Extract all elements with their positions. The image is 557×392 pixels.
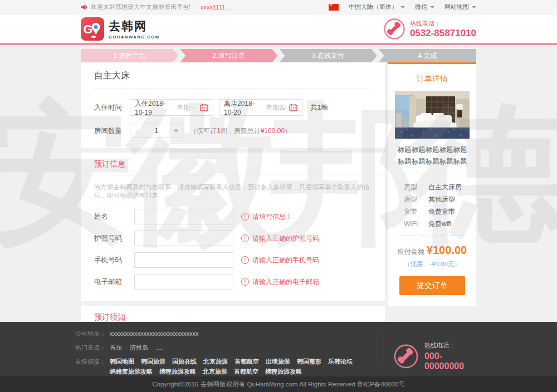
order-detail-title: 订单详情 — [395, 74, 470, 84]
email-label: 电子邮箱 — [94, 277, 134, 287]
minus-button[interactable]: - — [130, 124, 144, 138]
error-icon — [241, 278, 249, 286]
rooms-note: （仅可订1间，房费总计¥100.00） — [190, 126, 291, 136]
footer-hot-spots: 热门景点： 首尔 济州岛 .... — [75, 343, 377, 352]
hotline-number: 0532-85871010 — [410, 28, 476, 39]
passport-error: 请输入正确的护照号码 — [241, 234, 319, 243]
calendar-icon — [200, 104, 208, 111]
footer-address: 公司地址： xxxxxxxxxxxxxxxxxxxxxxxxxxxxx — [75, 329, 377, 338]
booking-notice-title: 预订须知 — [81, 306, 385, 322]
payable-amount: 应付金额¥100.00 — [395, 244, 470, 257]
order-detail-sidebar: 订单详情 — [388, 62, 476, 306]
sidebar-submit-button[interactable]: 提交订单 — [399, 276, 465, 295]
email-input[interactable] — [134, 274, 233, 290]
step-online-pay[interactable]: 3.在线支付 — [280, 49, 377, 62]
friend-link[interactable]: 携程旅游攻略 — [159, 367, 196, 376]
nights-count: 共1晚 — [310, 103, 328, 112]
hot-spot-link[interactable]: .... — [156, 343, 163, 352]
name-input[interactable] — [134, 209, 233, 224]
detail-row: 床型其他床型 — [396, 193, 468, 205]
step-fill-order[interactable]: 2.填写订单 — [180, 49, 277, 62]
passport-input[interactable] — [134, 231, 233, 246]
header-hotline: 热线电话： 0532-85871010 — [383, 18, 476, 40]
friend-link[interactable]: 蚂蜂窝旅游攻略 — [110, 367, 153, 376]
detail-row: 宽带免费宽带 — [396, 205, 468, 218]
china-flag-icon: ★ — [329, 4, 339, 11]
error-icon — [241, 256, 249, 264]
site-footer: 公司地址： xxxxxxxxxxxxxxxxxxxxxxxxxxxxx 热门景点… — [0, 322, 557, 376]
footer-hotline-number: 000- 00000000 — [424, 351, 482, 371]
friend-link[interactable]: 首都航空 — [234, 367, 258, 376]
hotel-room-image — [395, 91, 470, 139]
footer-hotline: 热线电话： 000- 00000000 — [393, 331, 482, 381]
site-logo[interactable]: G 去韩网 GOHANWANG.COM — [81, 17, 160, 41]
friend-link[interactable]: 出境旅游 — [266, 357, 290, 366]
checkout-steps: 1.选择产品 2.填写订单 3.在线支付 4.完成 — [81, 49, 476, 62]
footer-divider — [383, 330, 383, 365]
calendar-icon — [289, 104, 297, 111]
product-title: 自主大床 — [94, 70, 372, 89]
content-area: 安徽邦德 1.选择产品 2.填写订单 3.在线支付 4.完成 自主大床 入住时间… — [0, 45, 557, 322]
mobile-input[interactable] — [134, 252, 233, 268]
field-row-email: 电子邮箱 请输入正确的电子邮箱 — [94, 274, 372, 290]
email-error: 请输入正确的电子邮箱 — [241, 277, 319, 287]
friend-link[interactable]: 韩国旅游 — [141, 357, 165, 366]
svg-text:G: G — [83, 22, 92, 36]
name-label: 姓名 — [94, 212, 134, 222]
logo-cn-text: 去韩网 — [109, 18, 160, 34]
site-header: G 去韩网 GOHANWANG.COM 热线电话： — [0, 14, 557, 45]
friend-link[interactable]: 乐韩论坛 — [328, 357, 353, 366]
friend-link[interactable]: 韩国地图 — [110, 357, 134, 366]
friend-link[interactable]: 首都航空 — [234, 357, 259, 366]
quantity-stepper: - 1 + — [130, 124, 183, 138]
detail-row: 房型自主大床房 — [396, 181, 468, 193]
phone-icon — [393, 343, 419, 370]
mobile-error: 请输入正确的手机号码 — [241, 256, 319, 265]
footer-friend-links: 友情链接： 韩国地图 韩国旅游 国旅在线 北京旅游 首都航空 出境旅游 韩国整形… — [75, 357, 377, 376]
name-error: 请填写信息！ — [241, 212, 292, 222]
friend-link[interactable]: 北京旅游 — [203, 357, 228, 366]
error-icon — [241, 234, 249, 242]
logo-en-text: GOHANWANG.COM — [109, 35, 160, 40]
notice-link[interactable]: xxxx1111... — [201, 4, 230, 11]
hot-spot-link[interactable]: 济州岛 — [130, 343, 148, 352]
sidebar-product-title: 标题标题标题标题标题标题标题标题标题标题 — [396, 144, 468, 167]
friend-link[interactable]: 北京旅游 — [203, 367, 227, 376]
logo-icon: G — [81, 17, 104, 41]
region-select[interactable]: 中国大陆（简体） — [349, 3, 405, 11]
wechat-menu[interactable]: 微信 — [415, 3, 434, 11]
rooms-label: 房间数量 — [94, 126, 130, 136]
booking-notice-card: 预订须知 ★ 使用当日，凭手机出示/打印出示预订成功邮件，换取门票。 ★ 请保持… — [81, 306, 385, 322]
detail-row: WIFI免费wifi — [396, 218, 468, 230]
hotline-label: 热线电话： — [410, 19, 476, 28]
booking-info-card: 预订信息 为方便去韩网及时与您联系，请准确填写联系人信息；预订多人多张票，只需填… — [81, 153, 385, 301]
friend-link[interactable]: 国旅在线 — [172, 357, 197, 366]
welcome-text: 欢迎来到韩国最大中文旅游资讯平台! — [91, 3, 190, 11]
discount-note: （优惠：-¥0.00元） — [395, 260, 470, 268]
quantity-value: 1 — [144, 124, 169, 138]
booking-info-title: 预订信息 — [81, 153, 385, 175]
field-row-passport: 护照号码 请输入正确的护照号码 — [94, 231, 372, 246]
plus-button[interactable]: + — [169, 124, 183, 138]
field-row-mobile: 手机号码 请输入正确的手机号码 — [94, 252, 372, 268]
footer-hotline-label: 热线电话： — [424, 341, 482, 350]
copyright-text: Copyright©2016 去韩网版权所有 QuHanWang.com All… — [152, 380, 405, 389]
phone-icon — [383, 18, 405, 40]
product-card: 自主大床 入住时间 入住2018-10-19 星期三 — [81, 62, 385, 148]
checkout-date-picker[interactable]: 离店2018-10-20 星期四 — [219, 99, 302, 116]
booking-info-description: 为方便去韩网及时与您联系，请准确填写联系人信息；预订多人多张票，只需填写单个取票… — [94, 183, 372, 200]
megaphone-icon — [81, 4, 87, 11]
step-select-product[interactable]: 1.选择产品 — [81, 49, 178, 62]
error-icon — [241, 213, 249, 220]
step-complete[interactable]: 4.完成 — [379, 49, 476, 62]
sidebar-details: 房型自主大床房 床型其他床型 宽带免费宽带 WIFI免费wifi — [396, 174, 468, 236]
hot-spot-link[interactable]: 首尔 — [110, 343, 122, 352]
friend-link[interactable]: 韩国整形 — [297, 357, 321, 366]
checkin-date-picker[interactable]: 入住2018-10-19 星期三 — [130, 99, 213, 116]
passport-label: 护照号码 — [94, 234, 134, 243]
field-row-name: 姓名 请填写信息！ — [94, 209, 372, 224]
sitemap-menu[interactable]: 网站地图 — [444, 3, 476, 11]
mobile-label: 手机号码 — [94, 256, 134, 265]
top-utility-bar: 欢迎来到韩国最大中文旅游资讯平台! xxxx1111... ★ 中国大陆（简体）… — [0, 0, 557, 14]
friend-link[interactable]: 携程旅游攻略 — [265, 367, 302, 376]
